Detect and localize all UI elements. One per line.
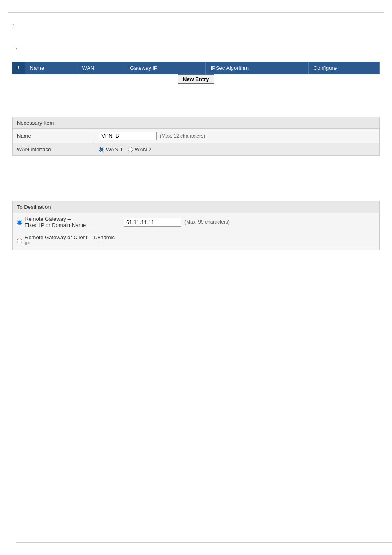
col-icon: i [12, 62, 25, 74]
wan2-radio[interactable] [128, 147, 133, 152]
wan-radio-group: WAN 1 WAN 2 [99, 146, 151, 153]
remote-gateway-dynamic-text: Remote Gateway or Client -- Dynamic IP [25, 234, 115, 247]
intro-colon: : [12, 21, 14, 30]
remote-gateway-dynamic-value [120, 238, 379, 243]
necessary-item-panel: Necessary Item Name (Max. 12 characters)… [12, 117, 380, 156]
gateway-ip-hint: (Max. 99 characters) [184, 219, 230, 225]
to-destination-header: To Destination [13, 201, 379, 213]
new-entry-button[interactable]: New Entry [178, 74, 214, 84]
wan1-radio[interactable] [99, 147, 104, 152]
wan2-option[interactable]: WAN 2 [128, 146, 152, 153]
intro-section: : → [12, 21, 380, 53]
bottom-divider [16, 542, 392, 543]
arrow-icon: → [12, 43, 19, 54]
col-name: Name [25, 62, 77, 74]
remote-gateway-fixed-text: Remote Gateway -- Fixed IP or Domain Nam… [25, 216, 86, 228]
name-row: Name (Max. 12 characters) [13, 129, 379, 143]
col-gateway-ip: Gateway IP [125, 62, 205, 74]
name-label: Name [13, 130, 95, 142]
remote-gateway-dynamic-radio[interactable] [17, 238, 22, 243]
wan-interface-label: WAN interface [13, 143, 95, 155]
col-ipsec-algorithm: IPSec Algorithm [205, 62, 308, 74]
remote-gateway-dynamic-row: Remote Gateway or Client -- Dynamic IP [13, 231, 379, 250]
remote-gateway-fixed-label: Remote Gateway -- Fixed IP or Domain Nam… [13, 213, 120, 231]
name-hint: (Max. 12 characters) [160, 133, 205, 139]
wan-interface-row: WAN interface WAN 1 WAN 2 [13, 143, 379, 155]
remote-gateway-dynamic-label: Remote Gateway or Client -- Dynamic IP [13, 231, 120, 250]
name-value: (Max. 12 characters) [95, 129, 379, 143]
col-configure: Configure [308, 62, 379, 74]
gateway-ip-input[interactable] [124, 218, 181, 227]
remote-gateway-fixed-radio[interactable] [17, 220, 22, 225]
name-input[interactable] [99, 132, 157, 140]
vpn-table: i Name WAN Gateway IP IPSec Algorithm Co… [12, 62, 380, 84]
wan1-label: WAN 1 [106, 146, 123, 153]
new-entry-row: New Entry [12, 74, 380, 84]
new-entry-cell: New Entry [12, 74, 380, 84]
remote-gateway-fixed-row: Remote Gateway -- Fixed IP or Domain Nam… [13, 213, 379, 231]
wan-interface-value: WAN 1 WAN 2 [95, 143, 379, 155]
wan1-option[interactable]: WAN 1 [99, 146, 123, 153]
wan2-label: WAN 2 [135, 146, 152, 153]
col-wan: WAN [77, 62, 125, 74]
to-destination-panel: To Destination Remote Gateway -- Fixed I… [12, 201, 380, 250]
remote-gateway-fixed-value: (Max. 99 characters) [120, 215, 379, 229]
necessary-item-header: Necessary Item [13, 117, 379, 129]
